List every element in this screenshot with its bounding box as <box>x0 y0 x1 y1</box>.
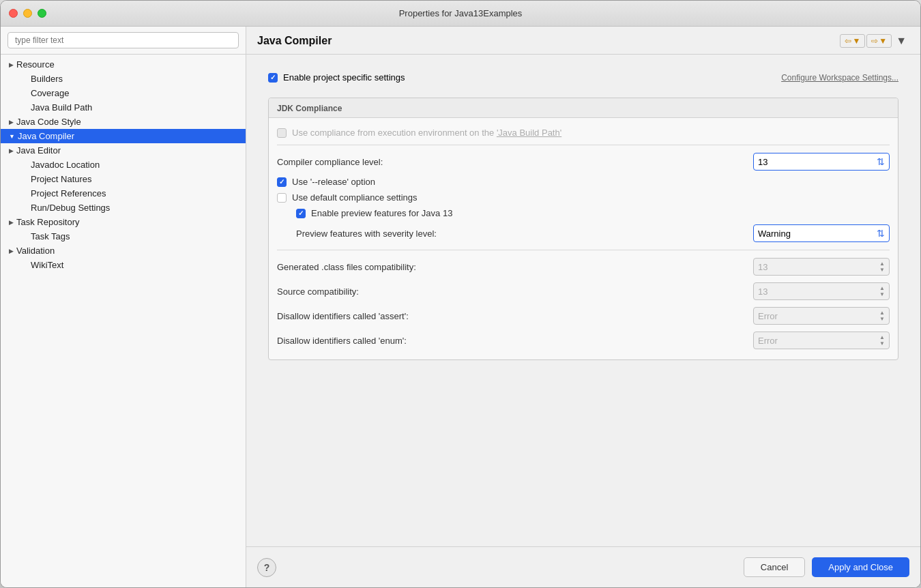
compiler-compliance-row: Compiler compliance level: 13 ⇅ <box>277 149 890 174</box>
search-box <box>1 27 246 55</box>
sidebar-item-wikitext[interactable]: WikiText <box>1 258 246 272</box>
generated-class-label: Generated .class files compatibility: <box>277 262 416 272</box>
preview-severity-label: Preview features with severity level: <box>296 229 437 239</box>
enable-preview-label: Enable preview features for Java 13 <box>311 208 452 218</box>
enable-settings-row: ✓ Enable project specific settings Confi… <box>257 65 909 89</box>
sidebar-item-label: Resource <box>16 59 55 70</box>
tree-arrow-icon: ▶ <box>9 219 14 226</box>
generated-class-row: Generated .class files compatibility: 13… <box>277 254 890 279</box>
disallow-enum-spinner[interactable]: Error ▲ ▼ <box>753 332 890 349</box>
disallow-enum-label: Disallow identifiers called 'enum': <box>277 336 407 346</box>
sidebar-item-resource[interactable]: ▶Resource <box>1 57 246 72</box>
enable-preview-checkbox[interactable]: ✓ <box>296 209 306 218</box>
compliance-dropdown-arrow-icon: ⇅ <box>877 156 885 167</box>
panel-header: Java Compiler ⇦ ▼ ⇨ ▼ ▼ <box>246 27 920 55</box>
disallow-enum-arrows: ▲ ▼ <box>879 335 885 347</box>
jdk-section-body: Use compliance from execution environmen… <box>269 118 898 359</box>
use-default-compliance-label: Use default compliance settings <box>292 192 418 203</box>
back-button[interactable]: ⇦ ▼ <box>840 34 865 48</box>
preview-severity-row: Preview features with severity level: Wa… <box>296 221 890 246</box>
enable-checkbox-row: ✓ Enable project specific settings <box>268 72 405 83</box>
maximize-button[interactable] <box>38 9 46 18</box>
source-compat-value: 13 <box>758 286 768 297</box>
menu-dropdown-button[interactable]: ▼ <box>893 33 909 48</box>
panel-title: Java Compiler <box>257 35 332 47</box>
sidebar-item-label: Java Editor <box>16 145 61 156</box>
preview-checkmark-icon: ✓ <box>298 209 304 217</box>
use-default-compliance-row: Use default compliance settings <box>277 190 890 205</box>
use-release-checkbox[interactable]: ✓ <box>277 177 287 187</box>
forward-button[interactable]: ⇨ ▼ <box>866 34 892 48</box>
compiler-compliance-value: 13 <box>758 157 768 167</box>
disallow-assert-up-icon: ▲ <box>879 310 885 316</box>
window-title: Properties for Java13Examples <box>399 8 523 18</box>
use-compliance-label: Use compliance from execution environmen… <box>292 128 561 138</box>
footer-buttons: Cancel Apply and Close <box>744 557 909 577</box>
tree-arrow-icon: ▶ <box>9 147 14 154</box>
disallow-enum-down-icon: ▼ <box>879 341 885 347</box>
cancel-button[interactable]: Cancel <box>744 557 805 577</box>
use-compliance-checkbox[interactable] <box>277 128 287 138</box>
footer: ? Cancel Apply and Close <box>246 546 920 587</box>
back-arrow-icon: ⇦ <box>845 36 851 46</box>
enable-settings-checkbox[interactable]: ✓ <box>268 73 278 83</box>
sidebar-item-label: Task Repository <box>16 217 79 227</box>
checkmark-icon: ✓ <box>270 74 276 81</box>
generated-class-spinner[interactable]: 13 ▲ ▼ <box>753 258 890 276</box>
minimize-button[interactable] <box>23 9 32 18</box>
sidebar-item-java-compiler[interactable]: ▼Java Compiler <box>1 129 246 143</box>
use-default-compliance-checkbox[interactable] <box>277 193 287 203</box>
titlebar: Properties for Java13Examples <box>1 1 920 27</box>
release-checkmark-icon: ✓ <box>279 178 284 186</box>
help-button[interactable]: ? <box>257 558 276 577</box>
sidebar-item-label: Coverage <box>31 88 69 98</box>
source-compat-spinner[interactable]: 13 ▲ ▼ <box>753 282 890 300</box>
main-content: ▶ResourceBuildersCoverageJava Build Path… <box>1 27 920 587</box>
tree-arrow-icon: ▶ <box>9 61 14 68</box>
generated-class-arrows: ▲ ▼ <box>879 261 885 273</box>
sidebar-item-builders[interactable]: Builders <box>1 72 246 86</box>
sidebar-item-javadoc-location[interactable]: Javadoc Location <box>1 158 246 172</box>
sidebar-item-run-debug-settings[interactable]: Run/Debug Settings <box>1 201 246 215</box>
sidebar-item-coverage[interactable]: Coverage <box>1 86 246 100</box>
generated-class-down-icon: ▼ <box>879 267 885 273</box>
sidebar-item-java-build-path[interactable]: Java Build Path <box>1 100 246 115</box>
sidebar-item-project-natures[interactable]: Project Natures <box>1 172 246 186</box>
forward-arrow-icon: ⇨ <box>871 36 878 46</box>
compiler-compliance-select[interactable]: 13 ⇅ <box>753 153 890 171</box>
sidebar-item-label: Validation <box>16 246 55 256</box>
disallow-enum-up-icon: ▲ <box>879 335 885 340</box>
source-compat-arrows: ▲ ▼ <box>879 286 885 297</box>
sidebar-item-java-editor[interactable]: ▶Java Editor <box>1 143 246 158</box>
sidebar-item-label: Builders <box>31 74 63 84</box>
disallow-assert-spinner[interactable]: Error ▲ ▼ <box>753 307 890 325</box>
preview-severity-select[interactable]: Warning ⇅ <box>753 224 890 242</box>
apply-close-button[interactable]: Apply and Close <box>812 557 909 577</box>
close-button[interactable] <box>9 9 18 18</box>
sidebar-item-java-code-style[interactable]: ▶Java Code Style <box>1 115 246 129</box>
search-input[interactable] <box>8 32 239 48</box>
sidebar-item-label: Run/Debug Settings <box>31 203 110 213</box>
enable-settings-label: Enable project specific settings <box>283 72 405 83</box>
tree-arrow-icon: ▶ <box>9 248 14 254</box>
sidebar-item-task-tags[interactable]: Task Tags <box>1 229 246 244</box>
sidebar-item-label: Project Natures <box>31 174 92 184</box>
tree-arrow-icon: ▶ <box>9 119 14 126</box>
source-compat-down-icon: ▼ <box>879 292 885 297</box>
disallow-enum-value: Error <box>758 336 778 346</box>
sidebar-item-project-references[interactable]: Project References <box>1 186 246 201</box>
source-compat-label: Source compatibility: <box>277 286 359 297</box>
window-controls <box>9 9 46 18</box>
disallow-assert-down-icon: ▼ <box>879 317 885 322</box>
sidebar: ▶ResourceBuildersCoverageJava Build Path… <box>1 27 246 587</box>
compiler-compliance-label: Compiler compliance level: <box>277 157 383 167</box>
sidebar-item-validation[interactable]: ▶Validation <box>1 244 246 258</box>
configure-workspace-link[interactable]: Configure Workspace Settings... <box>781 73 898 83</box>
disallow-enum-row: Disallow identifiers called 'enum': Erro… <box>277 328 890 353</box>
jdk-compliance-section: JDK Compliance Use compliance from execu… <box>268 98 898 360</box>
tree-arrow-icon: ▼ <box>9 133 15 140</box>
sidebar-item-task-repository[interactable]: ▶Task Repository <box>1 215 246 229</box>
main-panel: Java Compiler ⇦ ▼ ⇨ ▼ ▼ <box>246 27 920 587</box>
jdk-section-title: JDK Compliance <box>269 98 898 118</box>
generated-class-value: 13 <box>758 262 768 272</box>
